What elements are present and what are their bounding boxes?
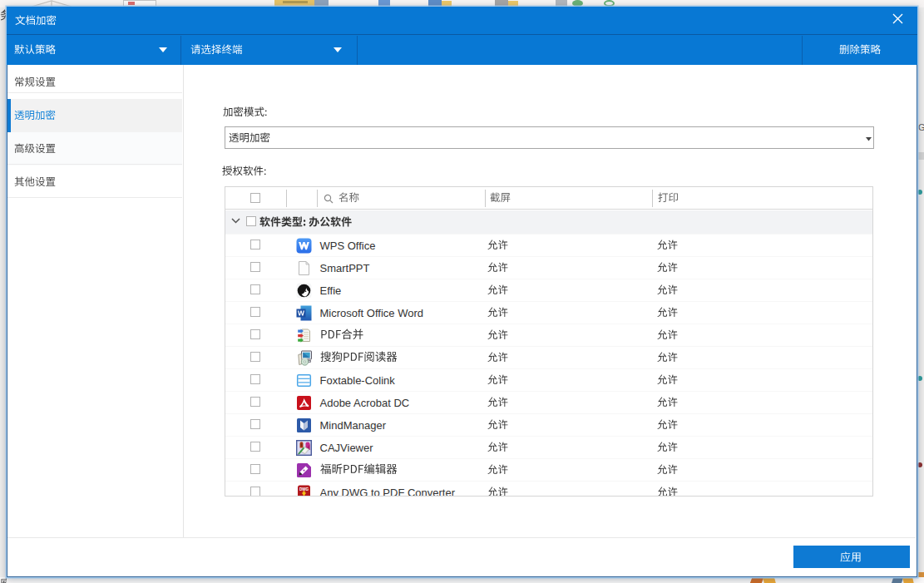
svg-text:DWG: DWG <box>299 487 309 491</box>
